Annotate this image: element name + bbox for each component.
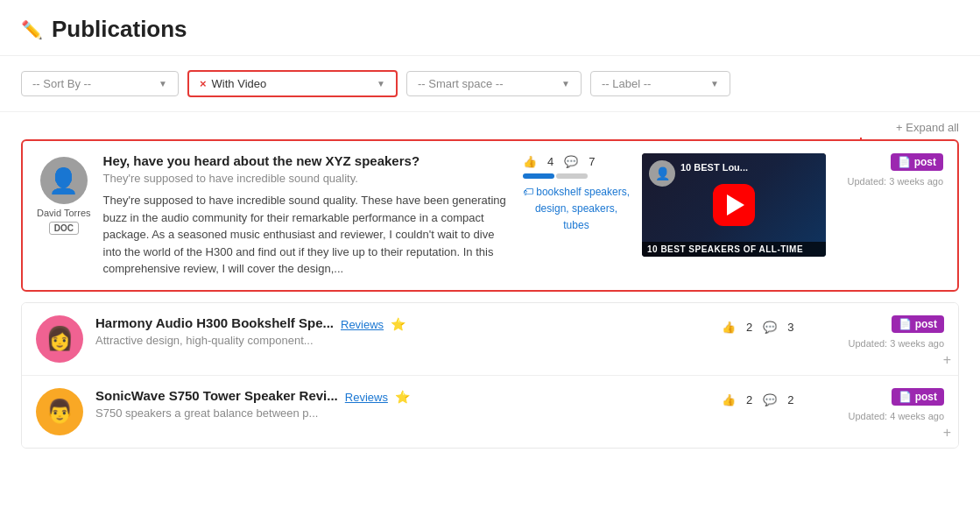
content-area: + Expand all 👤 David Torres DOC Hey, hav… (0, 112, 980, 470)
sort-by-label: -- Sort By -- (32, 77, 91, 90)
tags-1: 🏷 bookshelf speakers,design, speakers,tu… (523, 184, 630, 235)
avatar-1: 👤 (40, 157, 88, 204)
top-right-2: 📄 post Updated: 3 weeks ago (839, 315, 944, 349)
expand-icon-2[interactable]: + (943, 352, 951, 368)
expand-all-row: + Expand all (21, 112, 959, 139)
sort-by-arrow-icon: ▼ (159, 79, 167, 88)
post-badge-label-3: post (915, 391, 937, 403)
filter-bar: -- Sort By -- ▼ ×With Video ▼ -- Smart s… (0, 56, 980, 112)
like-count-3: 2 (746, 393, 752, 406)
review-link-3[interactable]: Reviews (345, 391, 388, 404)
video-play-button-1[interactable] (713, 184, 755, 226)
rating-bar-1 (523, 173, 588, 179)
post-meta-3: 👍 2 💬 2 (722, 393, 827, 406)
like-icon-1: 👍 (523, 155, 537, 168)
post-content-1: Hey, have you heard about the new XYZ sp… (103, 153, 511, 278)
post-subtitle-1: They're supposed to have incredible soun… (103, 172, 511, 185)
avatar-2: 👩 (36, 315, 83, 363)
post-body-1: They're supposed to have incredible soun… (103, 192, 511, 278)
likes-comments-1: 👍 4 💬 7 (523, 155, 595, 168)
star-icon-2: ⭐ (391, 317, 405, 331)
label-filter-arrow-icon: ▼ (710, 79, 719, 88)
doc-badge-1: DOC (49, 222, 79, 235)
updated-text-2: Updated: 3 weeks ago (849, 338, 944, 349)
top-right-1: 📄 post Updated: 3 weeks ago (838, 153, 943, 187)
video-filter-label: With Video (212, 77, 267, 90)
pub-row-2: 👩 Harmony Audio H300 Bookshelf Spe... Re… (22, 303, 958, 376)
pub-row-3: 👨 SonicWave S750 Tower Speaker Revi... R… (22, 376, 958, 448)
review-link-2[interactable]: Reviews (341, 318, 384, 331)
author-info-1: 👤 David Torres DOC (37, 157, 91, 235)
post-badge-icon-1: 📄 (898, 156, 911, 168)
comment-icon-1: 💬 (564, 155, 578, 168)
post-title-3[interactable]: SonicWave S750 Tower Speaker Revi... (95, 388, 338, 403)
label-filter[interactable]: -- Label -- ▼ (590, 71, 730, 96)
video-filter[interactable]: ×With Video ▼ (187, 70, 398, 97)
post-meta-2: 👍 2 💬 3 (722, 321, 827, 334)
top-right-3: 📄 post Updated: 4 weeks ago (839, 388, 944, 421)
comment-count-1: 7 (589, 155, 595, 168)
post-badge-label-1: post (914, 156, 936, 168)
expand-icon-3[interactable]: + (943, 425, 951, 441)
video-avatar: 👤 (649, 160, 675, 187)
video-bottom-bar-1: 10 BEST SPEAKERS OF ALL-TIME (642, 242, 826, 257)
post-subtitle-2: Attractive design, high-quality componen… (95, 334, 709, 347)
publication-list: 👩 Harmony Audio H300 Bookshelf Spe... Re… (21, 302, 959, 449)
video-filter-arrow-icon: ▼ (377, 79, 385, 88)
post-badge-icon-3: 📄 (899, 391, 912, 403)
avatar-3: 👨 (36, 388, 83, 435)
updated-text-1: Updated: 3 weeks ago (848, 176, 943, 187)
publication-card-1: 👤 David Torres DOC Hey, have you heard a… (21, 139, 959, 292)
post-content-2: Harmony Audio H300 Bookshelf Spe... Revi… (95, 315, 709, 354)
like-count-1: 4 (547, 155, 553, 168)
post-badge-icon-2: 📄 (899, 318, 912, 330)
star-icon-3: ⭐ (395, 390, 410, 404)
sort-by-filter[interactable]: -- Sort By -- ▼ (21, 71, 179, 96)
post-badge-1[interactable]: 📄 post (891, 153, 943, 171)
bar-fill-1 (523, 173, 554, 179)
comment-icon-3: 💬 (763, 393, 777, 406)
edit-icon[interactable]: ✏️ (21, 19, 43, 40)
updated-text-3: Updated: 4 weeks ago (849, 411, 944, 421)
likes-comments-2: 👍 2 💬 3 (722, 321, 793, 334)
page-header: ✏️ Publications (0, 0, 980, 56)
page-title: Publications (52, 16, 187, 43)
video-inner-title: 10 BEST Lou... (680, 162, 748, 173)
video-thumbnail-1[interactable]: 👤 10 BEST Lou... 10 BEST SPEAKERS OF ALL… (642, 153, 826, 257)
post-title-1[interactable]: Hey, have you heard about the new XYZ sp… (103, 153, 511, 168)
expand-all-button[interactable]: + Expand all (896, 121, 959, 134)
like-icon-3: 👍 (722, 393, 736, 406)
post-subtitle-3: S750 speakers a great balance between p.… (95, 406, 709, 420)
smart-space-arrow-icon: ▼ (561, 79, 570, 88)
play-triangle-icon (727, 194, 744, 216)
post-badge-label-2: post (915, 318, 937, 330)
post-title-2[interactable]: Harmony Audio H300 Bookshelf Spe... (95, 315, 334, 330)
post-badge-3[interactable]: 📄 post (892, 388, 944, 406)
likes-comments-3: 👍 2 💬 2 (722, 393, 793, 406)
post-card-highlighted: 👤 David Torres DOC Hey, have you heard a… (21, 139, 959, 292)
smart-space-filter[interactable]: -- Smart space -- ▼ (406, 71, 582, 96)
post-content-3: SonicWave S750 Tower Speaker Revi... Rev… (95, 388, 709, 427)
comment-icon-2: 💬 (763, 321, 777, 334)
post-meta-1: 👍 4 💬 7 🏷 bookshelf speakers,design, spe… (523, 155, 630, 235)
comment-count-2: 3 (787, 321, 793, 334)
smart-space-label: -- Smart space -- (418, 77, 504, 90)
clear-video-filter-icon[interactable]: × (200, 77, 207, 90)
label-filter-label: -- Label -- (602, 77, 651, 90)
tag-icon-1: 🏷 (523, 186, 533, 198)
bar-empty-1 (556, 173, 588, 179)
like-icon-2: 👍 (722, 321, 736, 334)
author-name-1: David Torres (37, 208, 91, 218)
comment-count-3: 2 (787, 393, 793, 406)
like-count-2: 2 (746, 321, 752, 334)
post-badge-2[interactable]: 📄 post (892, 315, 944, 333)
